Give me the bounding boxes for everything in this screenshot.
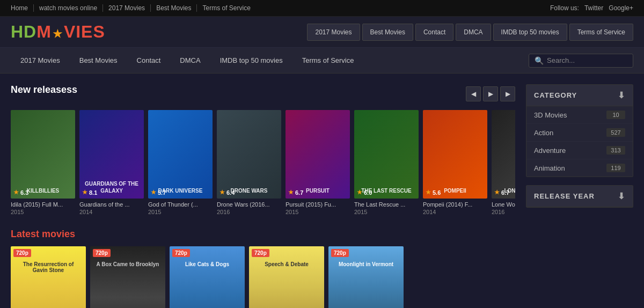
latest-movie-card[interactable]: 720p Like Cats & Dogs	[170, 246, 245, 308]
movie-poster: LONE WOLVES ★6.7	[492, 110, 515, 199]
movie-card[interactable]: DRONE WARS ★6.4 Drone Wars (2016... 2016	[217, 110, 281, 215]
movie-title: Drone Wars (2016...	[217, 201, 281, 208]
header-nav-dmca[interactable]: DMCA	[456, 24, 491, 41]
rating-value: 6.4	[226, 189, 235, 196]
secnav-imdb[interactable]: IMDB top 50 movies	[210, 48, 292, 73]
movie-card[interactable]: LONE WOLVES ★6.7 Lone Wolves (201... 201…	[492, 110, 515, 215]
movie-card[interactable]: DARK UNIVERSE ★5.7 God of Thunder (... 2…	[148, 110, 213, 215]
search-box[interactable]: 🔍	[529, 54, 633, 68]
logo-m: M	[36, 22, 52, 41]
movie-title: Pompeii (2014) F...	[423, 201, 487, 208]
topbar-link-best[interactable]: Best Movies	[151, 4, 197, 12]
topbar-link-tos[interactable]: Terms of Service	[197, 4, 255, 12]
secnav-dmca[interactable]: DMCA	[170, 48, 210, 73]
play-arrow-button[interactable]: ▶	[483, 86, 498, 101]
movie-title: God of Thunder (...	[148, 201, 213, 208]
poster-title: Speech & Debate	[249, 257, 324, 272]
header-nav-contact[interactable]: Contact	[415, 24, 453, 41]
latest-movies-row: 720p The Resurrection of Gavin Stone 720…	[11, 246, 515, 308]
movie-year: 2014	[79, 209, 144, 215]
movie-card[interactable]: GUARDIANS OF THE GALAXY ★8.1 Guardians o…	[79, 110, 144, 215]
category-header: CATEGORY ⬇	[526, 85, 633, 106]
latest-movie-card[interactable]: 720p Speech & Debate	[249, 246, 324, 308]
movie-card[interactable]: KILLBILLIES ★6.3 Idila (2015) Full M... …	[11, 110, 75, 215]
header-nav: 2017 Movies Best Movies Contact DMCA IMD…	[307, 24, 633, 41]
movie-poster: DARK UNIVERSE ★5.7	[148, 110, 213, 199]
topbar-link-home[interactable]: Home	[11, 4, 34, 12]
latest-movie-card[interactable]: 720p A Box Came to Brooklyn	[90, 246, 165, 308]
movie-card[interactable]: POMPEII ★5.6 Pompeii (2014) F... 2014	[423, 110, 487, 215]
sidebar-item-label: Animation	[534, 164, 565, 172]
latest-poster: 720p Moonlight in Vermont	[328, 246, 404, 308]
new-releases-section: New releasess ◀ ▶ ▶ KILLBILLIES ★6.3 Idi…	[11, 84, 515, 215]
sidebar-item-adventure[interactable]: Adventure 313	[526, 142, 633, 159]
movie-poster: POMPEII ★5.6	[423, 110, 487, 199]
category-toggle-icon[interactable]: ⬇	[618, 90, 625, 100]
sidebar: CATEGORY ⬇ 3D Movies 10 Action 527 Adven…	[526, 84, 633, 308]
star-icon: ★	[426, 189, 431, 196]
latest-poster: 720p Speech & Debate	[249, 246, 324, 308]
secnav-contact[interactable]: Contact	[127, 48, 171, 73]
sidebar-item-3dmovies[interactable]: 3D Movies 10	[526, 106, 633, 124]
latest-poster: 720p The Resurrection of Gavin Stone	[11, 246, 86, 308]
movie-title: Pursuit (2015) Fu...	[286, 201, 350, 208]
secnav-2017[interactable]: 2017 Movies	[11, 48, 70, 73]
star-icon: ★	[82, 189, 87, 196]
release-year-toggle-icon[interactable]: ⬇	[618, 191, 625, 201]
top-bar: Home watch movies online 2017 Movies Bes…	[0, 0, 644, 17]
twitter-link[interactable]: Twitter	[584, 4, 603, 12]
movie-year: 2015	[148, 209, 213, 215]
secnav-best[interactable]: Best Movies	[70, 48, 127, 73]
movie-card[interactable]: PURSUIT ★6.7 Pursuit (2015) Fu... 2015	[286, 110, 350, 215]
latest-poster: 720p Like Cats & Dogs	[170, 246, 245, 308]
movie-title: The Last Rescue ...	[354, 201, 419, 208]
secnav-tos[interactable]: Terms of Service	[292, 48, 364, 73]
googleplus-link[interactable]: Google+	[609, 4, 633, 12]
top-bar-right: Follow us: Twitter Google+	[550, 4, 633, 12]
secondary-nav: 2017 Movies Best Movies Contact DMCA IMD…	[0, 48, 644, 74]
movie-card[interactable]: THE LAST RESCUE ★6.0 The Last Rescue ...…	[354, 110, 419, 215]
poster-title: A Box Came to Brooklyn	[90, 257, 165, 272]
rating-value: 6.3	[20, 189, 28, 196]
header-nav-2017[interactable]: 2017 Movies	[307, 24, 360, 41]
header-nav-tos[interactable]: Terms of Service	[569, 24, 633, 41]
movie-year: 2014	[423, 209, 487, 215]
search-input[interactable]	[547, 56, 627, 64]
latest-poster: 720p A Box Came to Brooklyn	[90, 246, 165, 308]
content-area: New releasess ◀ ▶ ▶ KILLBILLIES ★6.3 Idi…	[11, 84, 515, 308]
logo-hd: HD	[11, 22, 36, 41]
logo[interactable]: HDM★VIES	[11, 22, 105, 42]
next-arrow-button[interactable]: ▶	[500, 86, 515, 101]
topbar-link-watch[interactable]: watch movies online	[34, 4, 103, 12]
latest-movie-card[interactable]: 720p Moonlight in Vermont	[328, 246, 404, 308]
latest-movies-section: Latest movies 720p The Resurrection of G…	[11, 229, 515, 308]
top-bar-links: Home watch movies online 2017 Movies Bes…	[11, 4, 256, 12]
logo-star-icon: ★	[53, 27, 63, 40]
topbar-link-2017[interactable]: 2017 Movies	[103, 4, 151, 12]
rating-value: 6.0	[364, 189, 372, 196]
sidebar-item-label: Action	[534, 129, 553, 137]
prev-arrow-button[interactable]: ◀	[466, 86, 481, 101]
star-icon: ★	[13, 189, 19, 196]
new-releases-row: KILLBILLIES ★6.3 Idila (2015) Full M... …	[11, 110, 515, 215]
release-year-label: RELEASE YEAR	[534, 192, 595, 200]
new-releases-header: New releasess ◀ ▶ ▶	[11, 84, 515, 104]
release-year-header: RELEASE YEAR ⬇	[526, 186, 633, 207]
header: HDM★VIES 2017 Movies Best Movies Contact…	[0, 17, 644, 48]
header-nav-imdb[interactable]: IMDB top 50 movies	[493, 24, 567, 41]
poster-title: The Resurrection of Gavin Stone	[11, 257, 86, 277]
star-icon: ★	[288, 189, 294, 196]
latest-movie-card[interactable]: 720p The Resurrection of Gavin Stone	[11, 246, 86, 308]
movie-poster: PURSUIT ★6.7	[286, 110, 350, 199]
sidebar-item-action[interactable]: Action 527	[526, 124, 633, 142]
follow-label: Follow us:	[550, 4, 579, 12]
movie-year: 2015	[354, 209, 419, 215]
sec-nav-links: 2017 Movies Best Movies Contact DMCA IMD…	[11, 48, 363, 73]
rating-value: 6.7	[295, 189, 303, 196]
star-icon: ★	[494, 189, 500, 196]
movie-poster: GUARDIANS OF THE GALAXY ★8.1	[79, 110, 144, 199]
star-icon: ★	[219, 189, 225, 196]
header-nav-best[interactable]: Best Movies	[362, 24, 413, 41]
sidebar-item-animation[interactable]: Animation 119	[526, 159, 633, 177]
movie-poster: DRONE WARS ★6.4	[217, 110, 281, 199]
